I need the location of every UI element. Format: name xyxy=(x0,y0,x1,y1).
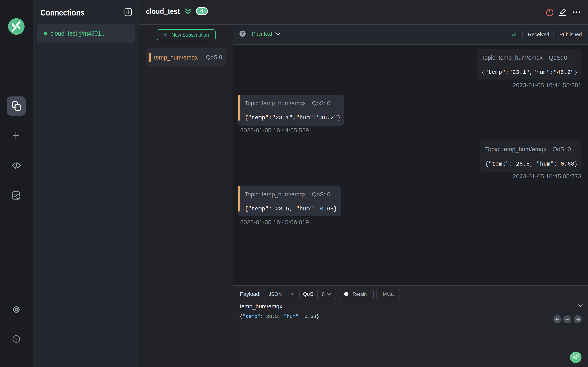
svg-text:?: ? xyxy=(15,337,17,341)
